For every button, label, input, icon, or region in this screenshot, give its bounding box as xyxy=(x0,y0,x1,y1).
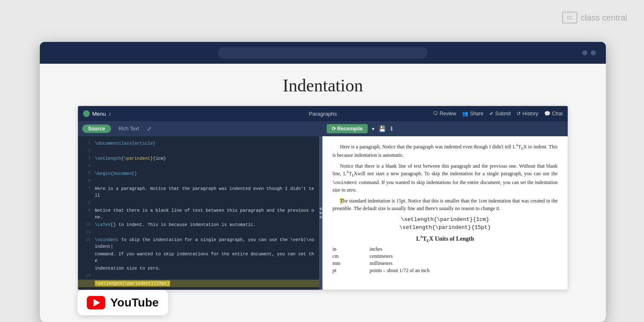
unit-abbr: in xyxy=(332,246,370,253)
music-icon: ♪ xyxy=(109,110,112,117)
address-bar[interactable] xyxy=(218,47,428,59)
menu-label: Menu xyxy=(92,111,106,117)
youtube-play-icon xyxy=(93,299,100,306)
browser-topbar xyxy=(40,42,606,64)
history-icon: ↺ xyxy=(517,111,521,117)
code-line-14: 14 \setlength{\parindent}{15pt} xyxy=(78,280,319,287)
youtube-badge[interactable]: YouTube xyxy=(78,290,168,315)
code-line-12c: indentation size to zero. xyxy=(78,265,319,272)
right-toolbar-section: ⟳ Recompile ▼ 💾 ⬇ xyxy=(322,121,568,136)
cc-icon: CC xyxy=(562,12,577,23)
tab-source[interactable]: Source xyxy=(82,125,111,133)
editor-right-bar: 🗨 Review 👥 Share ✔ Submit ↺ History xyxy=(433,106,563,121)
code-line-13: 13 xyxy=(78,272,319,280)
recompile-dropdown-icon[interactable]: ▼ xyxy=(371,127,375,131)
overleaf-editor: Menu ♪ Paragraphs 🗨 Review 👥 Share ✔ xyxy=(78,106,568,290)
code-line-4: 4 xyxy=(78,162,319,170)
code-line-9: 9 Notice that there is a blank line of t… xyxy=(78,207,319,221)
units-table: in inches cm centimeters mm millimeters xyxy=(332,246,558,274)
unit-abbr: cm xyxy=(332,253,370,260)
menu-logo-icon xyxy=(83,110,90,117)
tab-richtext[interactable]: Rich Text xyxy=(114,125,143,133)
code-line-7: 7 Here is a paragraph. Notice that the p… xyxy=(78,185,319,199)
code-line-6: 6 xyxy=(78,177,319,185)
preview-panel: Here is a paragraph. Notice that the par… xyxy=(322,136,568,290)
share-btn[interactable]: 👥 Share xyxy=(462,111,483,117)
chat-btn[interactable]: 💬 Chat xyxy=(544,111,563,117)
preview-para-3: The standard indentation is 15pt. Notice… xyxy=(332,197,558,212)
editor-body: 1 \documentclass{article} 2 3 \setlength… xyxy=(78,136,568,290)
code-line-8: 8 xyxy=(78,199,319,207)
preview-subtitle: LATEX Units of Length xyxy=(332,235,558,243)
unit-name: millimeters xyxy=(370,260,558,267)
youtube-logo xyxy=(87,296,105,309)
code-panel: 1 \documentclass{article} 2 3 \setlength… xyxy=(78,136,319,290)
table-row: mm millimeters xyxy=(332,260,558,267)
chat-icon: 💬 xyxy=(544,111,551,117)
preview-para-2: Notice that there is a blank line of tex… xyxy=(332,162,558,194)
unit-abbr: mm xyxy=(332,260,370,267)
classcentral-logo: CC class central xyxy=(562,12,627,23)
cc-logo-text: class central xyxy=(581,13,627,23)
download-icon[interactable]: ⬇ xyxy=(389,125,394,132)
browser-dot-1 xyxy=(582,50,587,55)
code-line-12: 12 \noindent To skip the indentation for… xyxy=(78,236,319,250)
code-line-5: 5 \begin{document} xyxy=(78,170,319,177)
preview-mono-2: \setlength{\parindent}{15pt} xyxy=(332,224,558,231)
submit-icon: ✔ xyxy=(489,111,493,117)
code-line-12b: command. If you wanted to skip indentati… xyxy=(78,250,319,265)
expand-icon[interactable]: ⤢ xyxy=(147,125,152,132)
code-line-10: 10 \LaTeX[] to indent. This is because i… xyxy=(78,221,319,229)
browser-dots xyxy=(582,50,596,55)
save-icon[interactable]: 💾 xyxy=(379,125,386,132)
unit-name: inches xyxy=(370,246,558,253)
divider-dot-1 xyxy=(319,208,322,210)
table-row: pt points – about 1/72 of an inch xyxy=(332,267,558,274)
panel-divider[interactable] xyxy=(319,136,322,290)
table-row: cm centimeters xyxy=(332,253,558,260)
browser-dot-2 xyxy=(591,50,596,55)
share-icon: 👥 xyxy=(462,111,468,117)
divider-dot-3 xyxy=(319,216,322,218)
unit-name: centimeters xyxy=(370,253,558,260)
code-line-15: 15 xyxy=(78,287,319,290)
code-line-3: 3 \setlength{\parindent}{1cm} xyxy=(78,155,319,162)
unit-abbr: pt xyxy=(332,267,370,274)
para3-highlight: T xyxy=(340,198,343,204)
editor-menu[interactable]: Menu ♪ xyxy=(83,110,112,117)
divider-dot-2 xyxy=(319,212,322,214)
editor-tabs-center: Paragraphs xyxy=(309,111,337,117)
code-line-11: 11 xyxy=(78,229,319,236)
browser-frame: Indentation Menu ♪ Paragraphs 🗨 Review xyxy=(40,42,606,322)
unit-name: points – about 1/72 of an inch xyxy=(370,267,558,274)
editor-toolbar: Source Rich Text ⤢ ⟳ Recompile ▼ 💾 ⬇ xyxy=(78,121,568,136)
content-area: Indentation Menu ♪ Paragraphs 🗨 Review xyxy=(40,64,606,322)
preview-mono-1: \setlength{\parindent}{1cm} xyxy=(332,216,558,223)
page-title: Indentation xyxy=(40,64,606,104)
review-btn[interactable]: 🗨 Review xyxy=(433,111,456,117)
recompile-button[interactable]: ⟳ Recompile xyxy=(327,124,368,133)
code-line-1: 1 \documentclass{article} xyxy=(78,140,319,147)
review-icon: 🗨 xyxy=(433,111,438,117)
table-row: in inches xyxy=(332,246,558,253)
preview-para-1: Here is a paragraph. Notice that the par… xyxy=(332,143,558,159)
youtube-label: YouTube xyxy=(110,296,159,309)
submit-btn[interactable]: ✔ Submit xyxy=(489,111,511,117)
history-btn[interactable]: ↺ History xyxy=(517,111,538,117)
editor-topbar: Menu ♪ Paragraphs 🗨 Review 👥 Share ✔ xyxy=(78,106,568,121)
code-line-2: 2 xyxy=(78,147,319,155)
